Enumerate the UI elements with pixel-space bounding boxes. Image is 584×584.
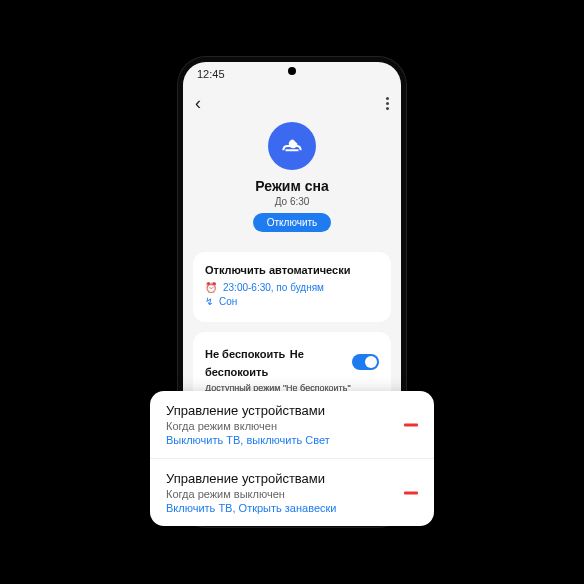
schedule-sleep-row[interactable]: ↯ Сон <box>205 296 379 307</box>
sleep-mode-icon <box>268 122 316 170</box>
device-row-on-title: Управление устройствами <box>166 403 418 418</box>
disable-button[interactable]: Отключить <box>253 213 332 232</box>
schedule-time-text: 23:00-6:30, по будням <box>223 282 324 293</box>
device-row-on-sub: Когда режим включен <box>166 420 418 432</box>
dnd-title: Не беспокоить <box>205 348 285 360</box>
mode-title: Режим сна <box>183 178 401 194</box>
device-row-off-actions: Включить ТВ, Открыть занавески <box>166 502 418 514</box>
app-bar: ‹ <box>183 86 401 120</box>
dnd-toggle[interactable] <box>352 354 379 370</box>
sleep-icon: ↯ <box>205 296 213 307</box>
more-icon[interactable] <box>386 97 389 110</box>
camera-notch <box>288 67 296 75</box>
schedule-card: Отключить автоматически ⏰ 23:00-6:30, по… <box>193 252 391 322</box>
back-icon[interactable]: ‹ <box>195 93 201 114</box>
remove-icon[interactable] <box>404 491 418 494</box>
device-row-off-title: Управление устройствами <box>166 471 418 486</box>
clock-text: 12:45 <box>197 68 225 80</box>
schedule-title: Отключить автоматически <box>205 264 379 276</box>
device-row-off-sub: Когда режим выключен <box>166 488 418 500</box>
hero-section: Режим сна До 6:30 Отключить <box>183 120 401 242</box>
device-row-off[interactable]: Управление устройствами Когда режим выкл… <box>150 459 434 526</box>
device-control-overlay: Управление устройствами Когда режим вклю… <box>150 391 434 526</box>
schedule-time-row[interactable]: ⏰ 23:00-6:30, по будням <box>205 282 379 293</box>
schedule-sleep-text: Сон <box>219 296 237 307</box>
device-row-on-actions: Выключить ТВ, выключить Свет <box>166 434 418 446</box>
device-row-on[interactable]: Управление устройствами Когда режим вклю… <box>150 391 434 459</box>
remove-icon[interactable] <box>404 423 418 426</box>
mode-subtitle: До 6:30 <box>183 196 401 207</box>
clock-icon: ⏰ <box>205 282 217 293</box>
